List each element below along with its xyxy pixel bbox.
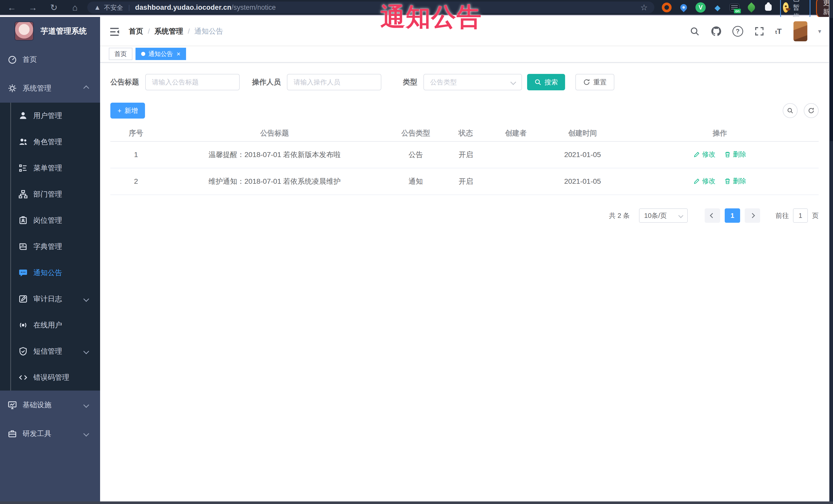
page-number-1[interactable]: 1 — [725, 208, 740, 223]
prev-page-button[interactable] — [705, 208, 720, 223]
type-select[interactable]: 公告类型 — [423, 74, 522, 90]
browser-toolbar: ← → ↻ ⌂ ▲ 不安全 | dashboard.yudao.iocoder.… — [0, 0, 833, 16]
breadcrumb-current: 通知公告 — [194, 26, 223, 36]
add-button-label: 新增 — [124, 106, 138, 115]
tab-notice[interactable]: 通知公告 × — [136, 48, 186, 60]
vue-devtools-icon[interactable]: V — [695, 2, 706, 13]
search-button[interactable]: 搜索 — [527, 74, 565, 90]
close-icon[interactable]: × — [176, 51, 181, 57]
chevron-down-icon — [84, 431, 89, 437]
browser-home-icon[interactable]: ⌂ — [69, 3, 80, 13]
sidebar-item-devtools[interactable]: 研发工具 — [0, 419, 100, 448]
page-size-select[interactable]: 10条/页 — [639, 208, 688, 223]
sidebar-item-system[interactable]: 系统管理 — [0, 74, 100, 103]
title-filter-input[interactable] — [145, 74, 240, 90]
operator-filter-input[interactable] — [287, 74, 381, 90]
tags-view-bar: 首页 通知公告 × — [100, 46, 829, 63]
title-filter-label: 公告标题 — [110, 77, 139, 87]
sidebar-item-auditlog[interactable]: 审计日志 — [0, 286, 100, 312]
extension-icon-switch[interactable]: on — [729, 2, 740, 13]
sidebar-item-home[interactable]: 首页 — [0, 45, 100, 74]
refresh-button[interactable] — [804, 103, 818, 118]
table-row: 1 温馨提醒：2018-07-01 若依新版本发布啦 公告 开启 2021-01… — [110, 141, 818, 168]
cell-created: 2021-01-05 — [544, 168, 621, 195]
sidebar-item-dict[interactable]: 字典管理 — [0, 234, 100, 260]
sidebar-item-label: 首页 — [23, 55, 37, 65]
table-row: 2 维护通知：2018-07-01 若依系统凌晨维护 通知 开启 2021-01… — [110, 168, 818, 195]
browser-back-icon[interactable]: ← — [6, 3, 18, 13]
sidebar-item-posts[interactable]: 岗位管理 — [0, 207, 100, 234]
edit-link[interactable]: 修改 — [693, 150, 715, 159]
address-bar[interactable]: ▲ 不安全 | dashboard.yudao.iocoder.cn /syst… — [87, 2, 654, 13]
sidebar-item-online-users[interactable]: 在线用户 — [0, 312, 100, 338]
extension-icon-puzzle[interactable] — [763, 2, 774, 13]
sidebar-item-label: 部门管理 — [33, 189, 62, 199]
sidebar-item-roles[interactable]: 角色管理 — [0, 129, 100, 155]
app-logo-image — [15, 21, 34, 41]
sidebar-item-depts[interactable]: 部门管理 — [0, 181, 100, 207]
sidebar-item-infra[interactable]: 基础设施 — [0, 390, 100, 419]
monitor-icon — [7, 400, 18, 410]
extension-icon-pin[interactable] — [679, 2, 689, 13]
sidebar-toggle-icon[interactable] — [109, 26, 120, 37]
delete-link[interactable]: 删除 — [724, 176, 746, 186]
not-secure-badge[interactable]: ▲ 不安全 — [94, 3, 123, 12]
extension-icon-orange[interactable] — [662, 2, 672, 13]
browser-forward-icon[interactable]: → — [27, 3, 39, 13]
next-page-button[interactable] — [745, 208, 760, 223]
sidebar-item-label: 基础设施 — [23, 400, 51, 410]
sidebar-item-sms[interactable]: 短信管理 — [0, 338, 100, 364]
address-separator: | — [128, 4, 130, 11]
app-title: 芋道管理系统 — [41, 26, 87, 37]
app-logo-block[interactable]: 芋道管理系统 — [0, 17, 100, 45]
top-navbar: 首页 / 系统管理 / 通知公告 ? tT ▾ — [100, 17, 829, 46]
filter-form: 公告标题 操作人员 类型 公告类型 搜索 重置 — [110, 74, 818, 90]
chevron-down-icon — [84, 349, 89, 354]
breadcrumb-home[interactable]: 首页 — [129, 26, 143, 36]
github-icon[interactable] — [711, 26, 722, 37]
extension-icon-leaf[interactable] — [746, 2, 757, 13]
browser-reload-icon[interactable]: ↻ — [48, 2, 60, 13]
avatar-caret-icon[interactable]: ▾ — [818, 28, 821, 35]
chevron-up-icon — [84, 86, 89, 91]
active-tab-dot — [141, 52, 145, 56]
notice-table: 序号 公告标题 公告类型 状态 创建者 创建时间 操作 1 温馨提醒：2018-… — [110, 125, 818, 195]
help-icon[interactable]: ? — [732, 26, 743, 37]
add-button[interactable]: + 新增 — [110, 103, 145, 119]
page-content: 公告标题 操作人员 类型 公告类型 搜索 重置 — [100, 63, 829, 223]
col-header-type: 公告类型 — [387, 125, 444, 141]
user-avatar[interactable] — [793, 21, 807, 41]
main-area: 首页 / 系统管理 / 通知公告 ? tT ▾ — [100, 17, 829, 501]
navbar-actions: ? tT ▾ — [689, 21, 821, 41]
org-chart-icon — [18, 189, 28, 199]
font-size-icon[interactable]: tT — [775, 27, 782, 36]
bookmark-star-icon[interactable]: ☆ — [640, 3, 648, 12]
edit-link[interactable]: 修改 — [693, 176, 715, 186]
hide-search-button[interactable] — [783, 103, 798, 118]
extension-icon-diamond[interactable]: ◆ — [712, 2, 723, 13]
sidebar-item-errorcode[interactable]: 错误码管理 — [0, 364, 100, 390]
tab-home[interactable]: 首页 — [109, 48, 133, 60]
goto-page-input[interactable] — [793, 208, 808, 223]
cell-creator — [487, 168, 544, 195]
sidebar-item-label: 菜单管理 — [33, 163, 62, 173]
search-button-label: 搜索 — [545, 78, 558, 87]
book-icon — [18, 241, 28, 252]
scrollbar-thumb[interactable] — [830, 18, 833, 141]
sidebar-item-label: 岗位管理 — [33, 216, 62, 225]
search-icon[interactable] — [689, 26, 700, 37]
sidebar-item-menus[interactable]: 菜单管理 — [0, 155, 100, 181]
breadcrumb-system[interactable]: 系统管理 — [154, 26, 183, 36]
sidebar-item-label: 用户管理 — [33, 111, 62, 121]
chat-bubble-icon — [18, 268, 28, 278]
badge-icon — [18, 215, 28, 225]
fullscreen-icon[interactable] — [754, 26, 765, 37]
sidebar-item-users[interactable]: 用户管理 — [0, 103, 100, 129]
browser-scrollbar[interactable] — [829, 0, 833, 504]
sidebar-item-label: 字典管理 — [33, 242, 62, 251]
delete-link[interactable]: 删除 — [724, 150, 746, 159]
sidebar-item-notice[interactable]: 通知公告 — [0, 260, 100, 286]
code-icon — [18, 373, 28, 383]
screenshot-root: ← → ↻ ⌂ ▲ 不安全 | dashboard.yudao.iocoder.… — [0, 0, 833, 504]
reset-button[interactable]: 重置 — [575, 74, 614, 90]
